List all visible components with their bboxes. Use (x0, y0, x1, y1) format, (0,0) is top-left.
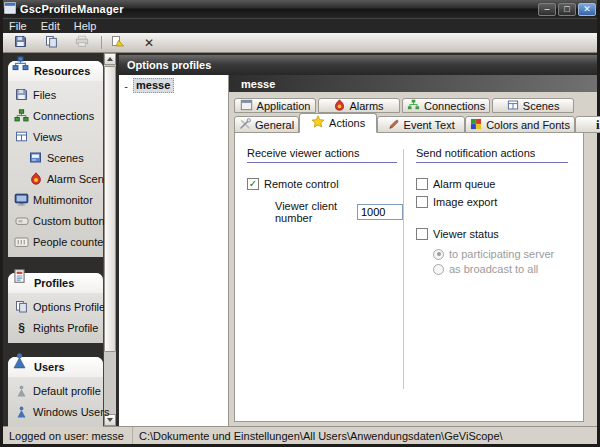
scenes-window-icon (507, 99, 519, 113)
viewer-client-number-input[interactable] (357, 204, 403, 220)
tab-label: General (255, 119, 294, 131)
tab-event-text[interactable]: Event Text (377, 116, 465, 133)
viewer-client-number-row: Viewer client number (275, 200, 403, 224)
star-icon (311, 115, 325, 131)
sidebar-item-label: Scenes (47, 152, 84, 164)
sidebar-item-files[interactable]: Files (8, 84, 103, 105)
sidebar-item-scenes[interactable]: Scenes (8, 147, 103, 168)
detail-header: messe (229, 75, 597, 92)
radio-label: as broadcast to all (449, 263, 538, 275)
options-profile-icon (14, 300, 29, 313)
radio-label: to participating server (449, 248, 554, 260)
sidebar-item-label: Rights Profile (33, 322, 98, 334)
network-green-icon (407, 99, 420, 113)
sidebar-item-label: Views (33, 131, 62, 143)
radio-to-participating-server[interactable]: to participating server (433, 248, 571, 260)
sidebar-item-views[interactable]: Views (8, 126, 103, 147)
main-row: Resources Files Connections Views Scenes… (3, 53, 597, 426)
panel-title: Options profiles (119, 55, 597, 75)
main-panel: Options profiles - messe messe Applicati… (119, 53, 597, 426)
radio-unselected-icon (433, 264, 444, 275)
tab-label: Colors and Fonts (486, 119, 570, 131)
checkbox-label: Remote control (264, 178, 339, 190)
tab-connections[interactable]: Connections (402, 98, 490, 113)
image-export-checkbox[interactable]: Image export (416, 196, 571, 208)
tree-expander[interactable]: - (122, 80, 130, 92)
menu-file[interactable]: File (9, 20, 27, 32)
alarm-flame-icon (334, 99, 345, 113)
send-notification-actions-group: Send notification actions Alarm queue Im… (404, 133, 583, 421)
monitor-icon (14, 193, 29, 206)
tab-info[interactable]: i (575, 116, 600, 133)
delete-x-icon: ✕ (144, 36, 154, 50)
checkbox-checked-icon: ✓ (247, 178, 259, 190)
section-title: Users (34, 361, 65, 373)
tools-icon (239, 118, 251, 132)
minimize-button[interactable]: – (538, 3, 556, 16)
maximize-button[interactable]: □ (558, 3, 576, 16)
tab-colors-fonts[interactable]: Colors and Fonts (465, 116, 575, 133)
remote-control-checkbox[interactable]: ✓ Remote control (247, 178, 403, 190)
sidebar-item-default-profile[interactable]: Default profile (8, 380, 103, 401)
sidebar-item-label: Multimonitor (33, 194, 93, 206)
actions-tab-content: Receive viewer actions ✓ Remote control … (234, 132, 584, 422)
group-heading: Receive viewer actions (247, 147, 397, 163)
section-title: Profiles (34, 277, 74, 289)
tab-actions[interactable]: Actions (299, 113, 377, 133)
print-button[interactable] (70, 34, 94, 51)
viewer-status-radio-group: to participating server as broadcast to … (433, 248, 571, 275)
sidebar-item-label: Default profile (33, 385, 101, 397)
connections-icon (14, 109, 29, 123)
send-profile-button[interactable] (106, 34, 130, 51)
tab-scenes[interactable]: Scenes (492, 98, 574, 113)
profiles-doc-icon (12, 268, 29, 285)
radio-as-broadcast-to-all[interactable]: as broadcast to all (433, 263, 571, 275)
menu-help[interactable]: Help (74, 20, 97, 32)
sidebar-item-options-profile[interactable]: Options Profile (8, 296, 103, 317)
printer-icon (75, 35, 89, 50)
sidebar: Resources Files Connections Views Scenes… (3, 53, 103, 426)
profiles-items: Options Profile §Rights Profile (8, 293, 103, 338)
person-blue-icon (14, 406, 29, 418)
scroll-track[interactable] (104, 65, 116, 414)
tree-item-messe[interactable]: messe (133, 78, 174, 93)
info-icon: i (596, 117, 600, 133)
receive-viewer-actions-group: Receive viewer actions ✓ Remote control … (235, 133, 403, 421)
sidebar-item-label: Options Profile (33, 301, 105, 313)
tab-general[interactable]: General (234, 116, 299, 133)
section-title: Resources (34, 65, 90, 77)
sidebar-item-custom-buttons[interactable]: Custom buttons (8, 210, 103, 231)
menu-bar: File Edit Help (3, 18, 597, 33)
sidebar-section-profiles: Profiles Options Profile §Rights Profile (8, 273, 103, 343)
scroll-up-button[interactable] (104, 53, 116, 65)
tabs-area: Application Alarms Connections Scenes Ge… (229, 98, 597, 426)
save-button[interactable] (8, 34, 32, 51)
sidebar-item-windows-users[interactable]: Windows Users (8, 401, 103, 422)
app-icon (4, 2, 16, 16)
sidebar-item-rights-profile[interactable]: §Rights Profile (8, 317, 103, 338)
color-squares-icon (470, 118, 482, 132)
delete-button[interactable]: ✕ (137, 34, 161, 51)
menu-edit[interactable]: Edit (41, 20, 60, 32)
tab-label: Application (257, 100, 311, 112)
checkbox-label: Viewer status (433, 228, 499, 240)
scroll-thumb[interactable] (104, 66, 116, 352)
sidebar-item-people-counter[interactable]: People counter (8, 231, 103, 252)
sidebar-item-multimonitor[interactable]: Multimonitor (8, 189, 103, 210)
alarm-queue-checkbox[interactable]: Alarm queue (416, 178, 571, 190)
sidebar-scrollbar[interactable] (103, 53, 116, 426)
tab-alarms[interactable]: Alarms (318, 98, 400, 113)
tab-application[interactable]: Application (234, 98, 316, 113)
checkbox-unchecked-icon (416, 178, 428, 190)
viewer-status-checkbox[interactable]: Viewer status (416, 228, 571, 240)
sidebar-item-label: People counter (33, 236, 107, 248)
copy-pages-icon (45, 35, 58, 50)
tab-label: Event Text (404, 119, 455, 131)
sidebar-item-connections[interactable]: Connections (8, 105, 103, 126)
tab-label: Scenes (523, 100, 560, 112)
sidebar-item-alarm-scenes[interactable]: Alarm Scenes (8, 168, 103, 189)
alarm-flame-icon (28, 172, 43, 185)
tree-item: - messe (122, 78, 228, 93)
close-button[interactable]: ✕ (578, 3, 596, 16)
copy-button[interactable] (39, 34, 63, 51)
